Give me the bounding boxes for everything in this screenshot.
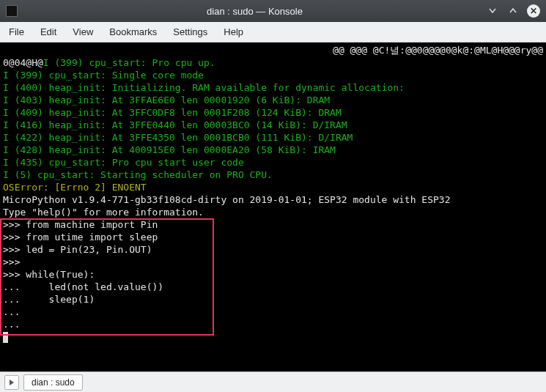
repl-banner: Type "help()" for more information. — [3, 207, 204, 218]
close-button[interactable]: ✕ — [527, 4, 540, 18]
log-line: I (416) heap_init: At 3FFE0440 len 00003… — [3, 119, 347, 130]
menubar: File Edit View Bookmarks Settings Help — [0, 22, 546, 42]
repl-line: >>> from utime import sleep — [3, 232, 158, 243]
menu-settings[interactable]: Settings — [173, 26, 207, 37]
repl-line: ... — [3, 306, 26, 317]
repl-line: >>> led = Pin(23, Pin.OUT) — [3, 244, 152, 255]
log-line: I (5) cpu_start: Starting scheduler on P… — [3, 169, 273, 180]
tab-active[interactable]: dian : sudo — [23, 374, 83, 391]
log-line: I (435) cpu_start: Pro cpu start user co… — [3, 157, 244, 168]
repl-line: ... sleep(1) — [3, 294, 95, 305]
repl-banner: MicroPython v1.9.4-771-gb33f108cd-dirty … — [3, 194, 450, 205]
log-line: I (428) heap_init: At 400915E0 len 0000E… — [3, 144, 336, 155]
window-controls: ✕ — [486, 4, 540, 18]
menu-help[interactable]: Help — [224, 26, 243, 37]
play-icon — [8, 379, 15, 386]
garbage-text-left: 0@04@H@ — [3, 57, 43, 68]
menu-edit[interactable]: Edit — [40, 26, 56, 37]
titlebar: dian : sudo — Konsole ✕ — [0, 0, 546, 22]
garbage-text-right: @@ @@@ @C!녈:@@0@@@@0@k@:@ML@H@@@ry@@ — [333, 44, 543, 56]
log-line: I (400) heap_init: Initializing. RAM ava… — [3, 82, 405, 93]
new-tab-button[interactable] — [4, 375, 19, 390]
tabbar: dian : sudo — [0, 371, 546, 392]
log-line: I (399) cpu_start: Pro cpu up. — [43, 57, 215, 68]
terminal-output[interactable]: @@ @@@ @C!녈:@@0@@@@0@k@:@ML@H@@@ry@@0@04… — [0, 42, 546, 371]
log-line: I (403) heap_init: At 3FFAE6E0 len 00001… — [3, 95, 330, 106]
repl-line: >>> from machine import Pin — [3, 219, 158, 230]
log-line: I (422) heap_init: At 3FFE4350 len 0001B… — [3, 132, 353, 143]
repl-line: >>> — [3, 256, 26, 267]
window-title: dian : sudo — Konsole — [23, 6, 486, 17]
menu-file[interactable]: File — [9, 26, 24, 37]
repl-line: ... — [3, 319, 26, 330]
repl-line: >>> while(True): — [3, 269, 95, 280]
menu-view[interactable]: View — [73, 26, 93, 37]
app-icon — [6, 5, 18, 17]
log-line: I (399) cpu_start: Single core mode — [3, 70, 204, 81]
maximize-button[interactable] — [506, 4, 520, 18]
tab-label: dian : sudo — [32, 377, 75, 388]
log-line: I (409) heap_init: At 3FFC0DF8 len 0001F… — [3, 107, 342, 118]
error-line: OSError: [Errno 2] ENOENT — [3, 182, 147, 193]
menu-bookmarks[interactable]: Bookmarks — [109, 26, 157, 37]
repl-line: ... led(not led.value()) — [3, 281, 163, 292]
cursor — [3, 332, 8, 343]
minimize-button[interactable] — [486, 4, 499, 18]
